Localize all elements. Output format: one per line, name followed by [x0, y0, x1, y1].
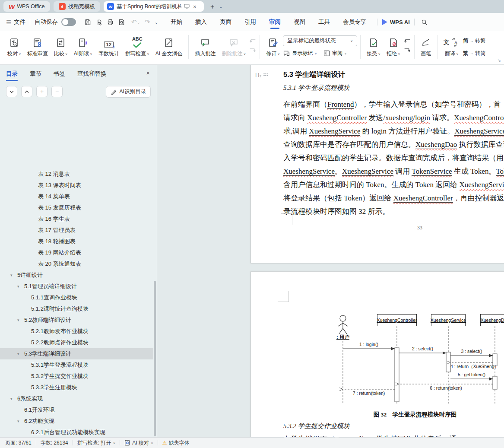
document-page-2[interactable]: : 用户 XueshengControllerXueshengServiceXu… [250, 271, 504, 437]
search-icon[interactable] [419, 17, 430, 27]
menu-tools[interactable]: 工具 [312, 13, 336, 31]
tab-current-document[interactable]: W 基于Spring Boot的培训机构 × [104, 1, 204, 12]
toc-item[interactable]: ▾5.2.2教师点评作业模块 [0, 337, 153, 348]
toc-item[interactable]: ▾表 12 消息表 [0, 168, 153, 180]
word-count-button[interactable]: 12+ 字数统计 [95, 36, 122, 58]
file-menu[interactable]: 文件 [14, 18, 25, 26]
toc-item[interactable]: ▾5.3.1学生登录流程模块 [0, 359, 153, 371]
translate-button[interactable]: 文 A 翻译∨ [441, 36, 463, 58]
toc-item[interactable]: ▾表 16 学生表 [0, 213, 153, 225]
hamburger-icon[interactable]: ☰ [6, 19, 11, 25]
print-preview-icon[interactable] [116, 17, 127, 27]
wps-ai-button[interactable]: WPS AI [382, 19, 410, 25]
toc-item[interactable]: ▾表 15 发展历程表 [0, 202, 153, 213]
previous-revision-icon[interactable] [403, 38, 411, 46]
document-page-1[interactable]: H₂ 5.3 学生端详细设计 5.3.1 学生登录流程模块 在前端界面（Fron… [250, 65, 504, 264]
history-chevron-icon[interactable]: ⌄ [155, 20, 158, 25]
traditional-to-simplified-button[interactable]: 繁→ 转简 [463, 48, 485, 58]
new-tab-button[interactable]: ＋ [209, 3, 216, 11]
collapse-triangle-icon[interactable]: ▾ [10, 270, 17, 281]
ink-pen-button[interactable]: 画笔 [418, 36, 434, 58]
sidebar-tab-find-replace[interactable]: 查找和替换 [77, 70, 107, 81]
ai-polish-button[interactable]: AI 全文润色 [152, 36, 186, 58]
toc-item[interactable]: ▾6.2.1后台管理员功能模块实现 [0, 427, 153, 437]
collapse-triangle-icon[interactable]: ▾ [17, 348, 24, 359]
toc-item[interactable]: ▾表 13 课表时间表 [0, 180, 153, 191]
toc-item[interactable]: ▾5.2.1教师发布作业模块 [0, 326, 153, 337]
markup-state-dropdown[interactable]: 显示标记的最终状态 ∨ [283, 35, 357, 46]
close-tab-icon[interactable]: × [193, 3, 197, 10]
expand-all-button[interactable] [6, 86, 17, 97]
track-changes-button[interactable]: 修订∨ [263, 36, 283, 58]
ribbon-expand-icon[interactable]: ↘ [498, 58, 501, 63]
sidebar-close-icon[interactable]: × [146, 69, 150, 76]
toc-item[interactable]: ▾6系统实现 [0, 393, 153, 404]
insert-comment-button[interactable]: 插入批注 [192, 36, 219, 58]
show-markup-button[interactable]: 显示标记 ∨ [283, 48, 317, 58]
tab-docer-templates[interactable]: d 找稻壳模板 [54, 1, 101, 12]
toc-item[interactable]: ▾5.1.1查询作业模块 [0, 292, 153, 303]
menu-page[interactable]: 页面 [213, 13, 238, 31]
toc-item[interactable]: ▾表 17 管理员表 [0, 225, 153, 236]
word-count-indicator[interactable]: 字数: 26134 [41, 439, 68, 447]
spell-check-button[interactable]: ABC 拼写检查∨ [122, 36, 152, 58]
toc-item[interactable]: ▾表 19 网站介绍表 [0, 247, 153, 258]
missing-font-warning[interactable]: ⚠ 缺失字体 [162, 439, 190, 447]
standard-review-button[interactable]: 标准审查 [24, 36, 51, 58]
spellcheck-flagged-text: XueshengController [393, 194, 453, 203]
toc-item[interactable]: ▾6.1开发环境 [0, 404, 153, 416]
drag-handle-icon[interactable] [263, 73, 269, 77]
toc-item[interactable]: ▾5.2教师端详细设计 [0, 315, 153, 326]
accept-revision-button[interactable]: 接受∨ [364, 36, 384, 58]
menu-insert[interactable]: 插入 [189, 13, 213, 31]
menu-review[interactable]: 审阅 [263, 13, 287, 31]
group-divider [437, 35, 437, 59]
ai-recognize-toc-button[interactable]: AI识别目录 [106, 86, 151, 98]
ribbon-toolbar: 校对∨ 标准审查 比较∨ AI朗读∨ 12+ 字数统计 ABC 拼写检查∨ [0, 31, 504, 65]
toc-item[interactable]: ▾5.1管理员端详细设计 [0, 281, 153, 292]
redo-icon: ↷ [145, 18, 150, 26]
collapse-triangle-icon[interactable]: ▾ [17, 416, 24, 427]
next-revision-icon[interactable] [403, 48, 411, 56]
toc-item[interactable]: ▾6.2功能实现 [0, 416, 153, 427]
sidebar-tab-chapters[interactable]: 章节 [30, 70, 41, 81]
toc-item[interactable]: ▾5.3.2学生提交作业模块 [0, 371, 153, 382]
ai-proofread-status[interactable]: AI 校对 ∨ [124, 439, 153, 447]
menu-view[interactable]: 视图 [287, 13, 312, 31]
toc-item[interactable]: ▾表 14 菜单表 [0, 191, 153, 202]
menu-home[interactable]: 开始 [164, 13, 189, 31]
sidebar-scrollbar[interactable] [154, 281, 156, 436]
reject-revision-button[interactable]: 拒绝∨ [384, 36, 403, 58]
document-workspace: H₂ 5.3 学生端详细设计 5.3.1 学生登录流程模块 在前端界面（Fron… [157, 65, 504, 437]
save-icon[interactable] [82, 17, 93, 27]
toc-item[interactable]: ▾5.1.2课时统计查询模块 [0, 303, 153, 315]
proofread-button[interactable]: 校对∨ [4, 36, 24, 58]
collapse-triangle-icon[interactable]: ▾ [17, 281, 24, 292]
menu-reference[interactable]: 引用 [238, 13, 263, 31]
page-indicator[interactable]: 页面: 37/61 [5, 439, 32, 447]
toc-item[interactable]: ▾表 20 系统通知表 [0, 258, 153, 270]
toc-item[interactable]: ▾5.3.3学生注册模块 [0, 382, 153, 393]
simplified-to-traditional-button[interactable]: 简→ 转繁 [463, 36, 485, 46]
autosave-toggle[interactable] [61, 18, 76, 26]
menu-member[interactable]: 会员专享 [336, 13, 373, 31]
tab-list-chevron-icon[interactable]: ⌄ [219, 4, 222, 9]
sidebar-tabs: 目录 章节 书签 查找和替换 [6, 70, 107, 81]
sidebar-tab-contents[interactable]: 目录 [6, 70, 18, 81]
tab-wps-home[interactable]: W WPS Office [3, 1, 50, 12]
collapse-triangle-icon[interactable]: ▾ [10, 393, 17, 404]
collapse-triangle-icon[interactable]: ▾ [17, 315, 24, 326]
export-icon[interactable] [93, 17, 105, 27]
toc-item[interactable]: ▾5详细设计 [0, 270, 153, 281]
monitor-icon[interactable] [184, 4, 190, 10]
toc-item[interactable]: ▾表 18 轮播图表 [0, 236, 153, 247]
sidebar-tab-bookmarks[interactable]: 书签 [54, 70, 65, 81]
print-icon[interactable] [105, 17, 116, 27]
toc-item[interactable]: ▾5.3学生端详细设计 [0, 348, 153, 359]
review-pane-button[interactable]: 审阅 ∨ [323, 48, 347, 58]
heading-level-marker[interactable]: H₂ [255, 72, 269, 78]
compare-button[interactable]: 比较∨ [51, 36, 71, 58]
collapse-all-button[interactable] [21, 86, 32, 97]
spellcheck-status[interactable]: 拼写检查: 打开 ∨ [77, 439, 116, 447]
ai-read-aloud-button[interactable]: AI朗读∨ [71, 36, 95, 58]
